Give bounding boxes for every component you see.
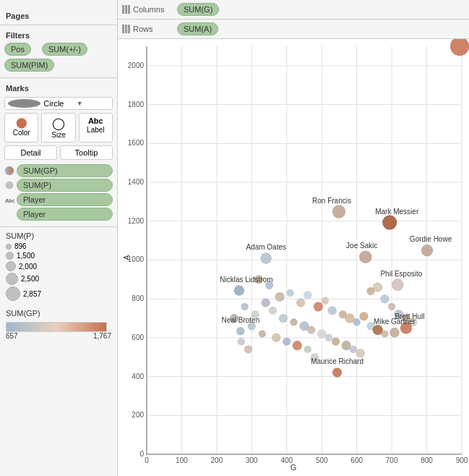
color-max-label: 1,767 <box>93 332 111 340</box>
columns-value-pill[interactable]: SUM(G) <box>177 3 219 16</box>
legend-size-label: 1,500 <box>17 252 35 260</box>
color-gradient-bar <box>6 322 107 332</box>
legend-size-item: 2,500 <box>0 272 117 286</box>
rows-shelf-icon <box>122 25 130 33</box>
color-bar-labels: 657 1,767 <box>6 332 111 340</box>
color-min-label: 657 <box>6 332 18 340</box>
label-label: Label <box>87 126 104 134</box>
legend-size-item: 2,000 <box>0 260 117 272</box>
rows-shelf-label: Rows <box>133 25 173 33</box>
svg-point-1 <box>6 182 13 189</box>
sum-p-row: SUM(P) <box>4 179 113 192</box>
svg-text:Abc: Abc <box>5 197 14 204</box>
scatter-plot-container: A G <box>118 39 469 476</box>
filters-section: Filters Pos SUM(+/-) SUM(PIM) <box>0 25 117 78</box>
legend-size-label: 2,500 <box>21 275 39 283</box>
legend-sumgp-section: SUM(GP) 657 1,767 <box>0 305 117 346</box>
marks-buttons-row: ⬤ Color ◯ Size Abc Label <box>4 113 113 143</box>
color-icon: ⬤ <box>16 116 27 128</box>
legend-size-item: 1,500 <box>0 251 117 260</box>
color-button[interactable]: ⬤ Color <box>4 113 38 143</box>
legend-size-item: 2,857 <box>0 286 117 302</box>
legend-size-label: 896 <box>14 242 27 250</box>
marks-section: Marks Circle ▼ ⬤ Color ◯ Size Abc Label … <box>0 78 117 227</box>
legend-circle <box>6 261 16 271</box>
rows-shelf: Rows SUM(A) <box>118 20 469 39</box>
p-size-icon <box>4 180 14 190</box>
marks-type-label: Circle <box>43 99 76 108</box>
marks-type-dropdown[interactable]: Circle ▼ <box>4 97 113 110</box>
label-icon: Abc <box>88 116 103 125</box>
player-pill-2[interactable]: Player <box>17 208 113 221</box>
sum-gp-row: SUM(GP) <box>4 164 113 177</box>
left-panel: Pages Filters Pos SUM(+/-) SUM(PIM) Mark… <box>0 0 118 476</box>
filter-pos[interactable]: Pos <box>4 43 31 56</box>
color-bar-container: 657 1,767 <box>6 322 111 340</box>
columns-shelf-label: Columns <box>133 5 173 14</box>
size-button[interactable]: ◯ Size <box>41 113 75 143</box>
size-icon: ◯ <box>52 116 65 130</box>
player-label-row: Abc Player <box>4 193 113 206</box>
legend-circle <box>6 273 18 285</box>
chart-canvas <box>118 39 469 476</box>
sum-gp-pill[interactable]: SUM(GP) <box>17 164 113 177</box>
columns-shelf-icon <box>122 5 130 14</box>
rows-value-pill[interactable]: SUM(A) <box>177 22 218 35</box>
columns-shelf: Columns SUM(G) <box>118 0 469 20</box>
filter-pim[interactable]: SUM(PIM) <box>4 59 54 72</box>
player-pill[interactable]: Player <box>17 193 113 206</box>
circle-mark-icon <box>8 99 40 108</box>
dropdown-arrow-icon: ▼ <box>77 100 109 107</box>
label-button[interactable]: Abc Label <box>79 113 113 143</box>
sum-p-pill[interactable]: SUM(P) <box>17 179 113 192</box>
size-label: Size <box>51 131 65 139</box>
legend-sizes: 8961,5002,0002,5002,857 <box>0 242 117 302</box>
chart-area: Columns SUM(G) Rows SUM(A) A G <box>118 0 469 476</box>
detail-button[interactable]: Detail <box>4 145 57 160</box>
marks-label: Marks <box>0 81 117 94</box>
marks-buttons-row2: Detail Tooltip <box>4 145 113 160</box>
player-label-icon: Abc <box>4 195 14 205</box>
tooltip-button[interactable]: Tooltip <box>60 145 113 160</box>
legend-circle <box>6 252 14 260</box>
legend-section: SUM(P) 8961,5002,0002,5002,857 <box>0 227 117 305</box>
legend-sumgp-title: SUM(GP) <box>0 307 117 319</box>
legend-circle <box>6 244 12 250</box>
pages-label: Pages <box>0 9 117 22</box>
color-label: Color <box>13 129 30 137</box>
legend-circle <box>6 286 20 301</box>
pages-section: Pages <box>0 3 117 25</box>
legend-size-label: 2,000 <box>19 263 37 271</box>
legend-sump-title: SUM(P) <box>0 230 117 242</box>
filter-plusminus[interactable]: SUM(+/-) <box>42 43 87 56</box>
player-row2: Player <box>4 208 113 221</box>
gp-color-icon <box>4 166 14 176</box>
legend-size-label: 2,857 <box>23 290 41 298</box>
legend-size-item: 896 <box>0 242 117 251</box>
svg-point-0 <box>5 166 14 175</box>
filters-label: Filters <box>0 28 117 41</box>
